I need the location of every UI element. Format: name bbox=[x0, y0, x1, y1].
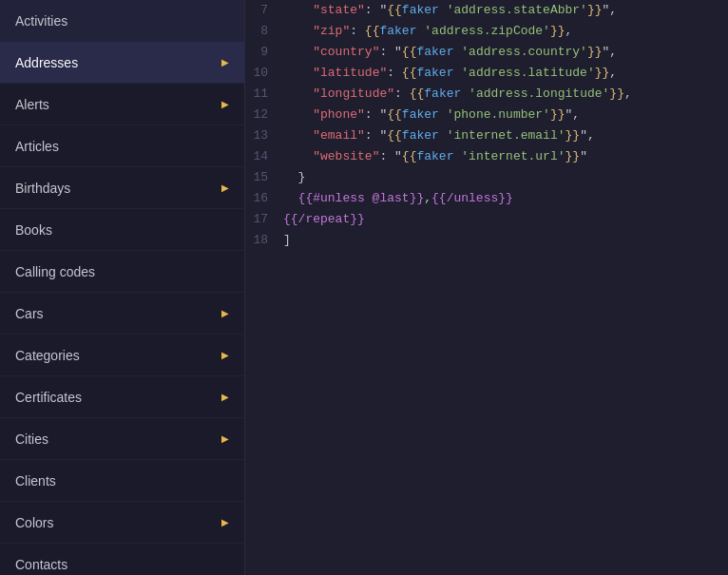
sidebar-item-addresses[interactable]: Addresses▶ bbox=[0, 42, 244, 84]
code-line: 8 "zip": {{faker 'address.zipCode'}}, bbox=[245, 21, 728, 42]
line-content: "country": "{{faker 'address.country'}}"… bbox=[283, 42, 632, 63]
sidebar-item-label: Categories bbox=[15, 348, 80, 363]
sidebar-item-label: Calling codes bbox=[15, 264, 95, 279]
line-number: 16 bbox=[245, 188, 283, 209]
line-content: {{/repeat}} bbox=[283, 209, 380, 230]
line-number: 8 bbox=[245, 21, 283, 42]
sidebar-item-label: Cars bbox=[15, 306, 44, 321]
sidebar-item-certificates[interactable]: Certificates▶ bbox=[0, 376, 244, 418]
line-content: {{#unless @last}},{{/unless}} bbox=[283, 188, 528, 209]
line-number: 10 bbox=[245, 63, 283, 84]
sidebar-item-label: Contacts bbox=[15, 557, 67, 572]
sidebar-item-label: Certificates bbox=[15, 390, 82, 405]
sidebar-item-categories[interactable]: Categories▶ bbox=[0, 335, 244, 376]
line-number: 14 bbox=[245, 146, 283, 167]
sidebar-item-label: Addresses bbox=[15, 55, 78, 70]
code-line: 17{{/repeat}} bbox=[245, 209, 728, 230]
code-line: 13 "email": "{{faker 'internet.email'}}"… bbox=[245, 125, 728, 146]
code-editor: 7 "state": "{{faker 'address.stateAbbr'}… bbox=[245, 0, 728, 575]
sidebar-item-clients[interactable]: Clients bbox=[0, 460, 244, 502]
code-line: 14 "website": "{{faker 'internet.url'}}" bbox=[245, 146, 728, 167]
code-line: 12 "phone": "{{faker 'phone.number'}}", bbox=[245, 105, 728, 125]
sidebar-item-alerts[interactable]: Alerts▶ bbox=[0, 84, 244, 125]
chevron-right-icon: ▶ bbox=[221, 182, 229, 193]
line-number: 17 bbox=[245, 209, 283, 230]
code-line: 15 } bbox=[245, 167, 728, 188]
line-content: "longitude": {{faker 'address.longitude'… bbox=[283, 84, 647, 105]
line-number: 7 bbox=[245, 0, 283, 21]
sidebar-item-label: Birthdays bbox=[15, 181, 70, 196]
chevron-right-icon: ▶ bbox=[221, 57, 229, 67]
line-number: 13 bbox=[245, 125, 283, 146]
line-number: 18 bbox=[245, 230, 283, 251]
chevron-right-icon: ▶ bbox=[221, 392, 229, 402]
code-line: 10 "latitude": {{faker 'address.latitude… bbox=[245, 63, 728, 84]
sidebar: ActivitiesAddresses▶Alerts▶ArticlesBirth… bbox=[0, 0, 245, 575]
code-line: 9 "country": "{{faker 'address.country'}… bbox=[245, 42, 728, 63]
sidebar-item-label: Cities bbox=[15, 431, 48, 447]
line-number: 9 bbox=[245, 42, 283, 63]
chevron-right-icon: ▶ bbox=[221, 99, 229, 109]
sidebar-item-colors[interactable]: Colors▶ bbox=[0, 502, 244, 544]
chevron-right-icon: ▶ bbox=[221, 517, 229, 527]
line-content: } bbox=[283, 167, 320, 188]
line-number: 12 bbox=[245, 105, 283, 125]
sidebar-item-label: Colors bbox=[15, 515, 53, 530]
code-line: 16 {{#unless @last}},{{/unless}} bbox=[245, 188, 728, 209]
line-content: "email": "{{faker 'internet.email'}}", bbox=[283, 125, 610, 146]
line-number: 15 bbox=[245, 167, 283, 188]
code-line: 11 "longitude": {{faker 'address.longitu… bbox=[245, 84, 728, 105]
line-content: "phone": "{{faker 'phone.number'}}", bbox=[283, 105, 595, 125]
code-line: 7 "state": "{{faker 'address.stateAbbr'}… bbox=[245, 0, 728, 21]
code-line: 18] bbox=[245, 230, 728, 251]
sidebar-item-label: Books bbox=[15, 222, 52, 238]
sidebar-item-articles[interactable]: Articles bbox=[0, 125, 244, 167]
sidebar-item-label: Clients bbox=[15, 473, 56, 489]
sidebar-item-activities[interactable]: Activities bbox=[0, 0, 244, 42]
line-number: 11 bbox=[245, 84, 283, 105]
chevron-right-icon: ▶ bbox=[221, 308, 229, 318]
sidebar-item-label: Activities bbox=[15, 13, 67, 29]
sidebar-item-calling-codes[interactable]: Calling codes bbox=[0, 251, 244, 293]
sidebar-item-books[interactable]: Books bbox=[0, 209, 244, 251]
sidebar-item-contacts[interactable]: Contacts bbox=[0, 544, 244, 575]
line-content: "state": "{{faker 'address.stateAbbr'}}"… bbox=[283, 0, 632, 21]
chevron-right-icon: ▶ bbox=[221, 433, 229, 444]
line-content: "zip": {{faker 'address.zipCode'}}, bbox=[283, 21, 587, 42]
sidebar-item-cities[interactable]: Cities▶ bbox=[0, 418, 244, 460]
sidebar-item-label: Alerts bbox=[15, 97, 49, 112]
sidebar-item-cars[interactable]: Cars▶ bbox=[0, 293, 244, 335]
line-content: "website": "{{faker 'internet.url'}}" bbox=[283, 146, 603, 167]
sidebar-item-label: Articles bbox=[15, 139, 59, 154]
line-content: "latitude": {{faker 'address.latitude'}}… bbox=[283, 63, 632, 84]
line-content: ] bbox=[283, 230, 306, 251]
chevron-right-icon: ▶ bbox=[221, 350, 229, 360]
sidebar-item-birthdays[interactable]: Birthdays▶ bbox=[0, 167, 244, 209]
